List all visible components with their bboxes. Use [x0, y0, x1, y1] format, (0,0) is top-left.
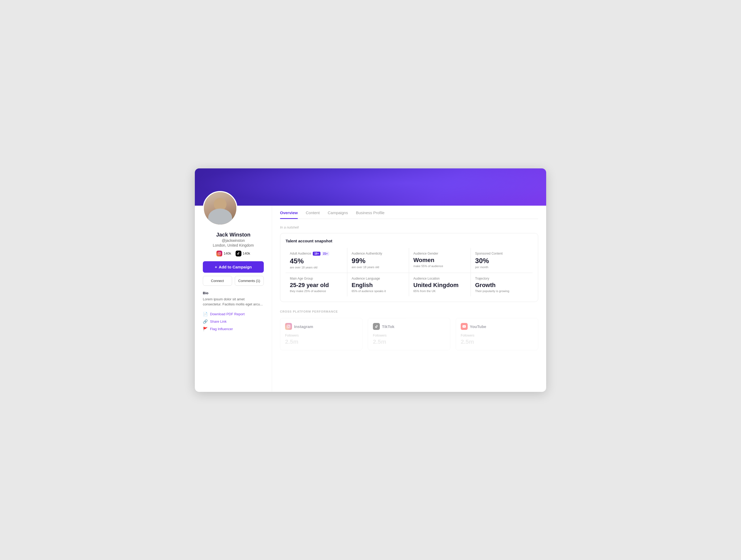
- authenticity-sub: are over 18 years old: [352, 265, 405, 269]
- action-buttons: Connect Comments (1): [203, 276, 264, 286]
- trajectory-value: Growth: [475, 282, 528, 289]
- instagram-followers-label: Followers: [285, 334, 357, 337]
- badge-21: 21+: [322, 252, 329, 256]
- platform-header-youtube: YouTube: [461, 323, 533, 330]
- snapshot-row-2: Main Age Group 25-29 year old they make …: [286, 273, 533, 296]
- add-to-campaign-button[interactable]: + Add to Campaign: [203, 261, 264, 273]
- metric-trajectory: Trajectory Growth Their popularity is gr…: [471, 273, 533, 296]
- metric-age-group: Main Age Group 25-29 year old they make …: [286, 273, 347, 296]
- authenticity-value: 99%: [352, 257, 405, 265]
- sidebar-links: 📄 Download PDF Report 🔗 Share Link 🚩 Fla…: [203, 312, 264, 331]
- platform-card-youtube: YouTube Followers 2.5m: [456, 318, 538, 350]
- tiktok-followers-value: 2.5m: [373, 338, 445, 345]
- metric-gender: Audience Gender Women make 55% of audien…: [409, 248, 471, 273]
- profile-handle: @jackwinston: [203, 238, 264, 243]
- metric-label-sponsored: Sponsored Content: [475, 252, 528, 255]
- instagram-stat: 140k: [216, 251, 231, 256]
- platform-cards: Instagram Followers 2.5m TikTok: [280, 318, 538, 350]
- metric-language: Audience Language English 65% of audienc…: [347, 273, 409, 296]
- instagram-platform-icon: [285, 323, 292, 330]
- sidebar: Jack Winston @jackwinston London, United…: [195, 206, 272, 392]
- tab-business-profile[interactable]: Business Profile: [356, 211, 385, 219]
- share-link-label: Share Link: [210, 320, 226, 323]
- avatar-image: [204, 192, 237, 225]
- svg-rect-3: [287, 325, 290, 328]
- bio-label: Bio: [203, 291, 264, 295]
- age-group-value: 25-29 year old: [290, 282, 343, 289]
- avatar-wrapper: [203, 191, 264, 226]
- connect-button[interactable]: Connect: [203, 276, 232, 286]
- age-group-sub: they make 25% of audience: [290, 290, 343, 293]
- location-sub: 65% from the UK: [413, 290, 466, 293]
- tab-campaigns[interactable]: Campaigns: [328, 211, 348, 219]
- adult-audience-label: Adult Audience: [290, 252, 311, 255]
- tab-overview[interactable]: Overview: [280, 211, 298, 219]
- instagram-icon: [216, 251, 222, 256]
- svg-point-4: [288, 326, 289, 327]
- svg-point-2: [220, 252, 220, 253]
- share-link[interactable]: 🔗 Share Link: [203, 319, 264, 324]
- adult-audience-sub: are over 18 years old: [290, 266, 343, 269]
- profile-location: London, United Kingdom: [203, 243, 264, 247]
- flag-icon: 🚩: [203, 327, 208, 331]
- tiktok-stat: 140k: [235, 251, 250, 256]
- profile-name: Jack Winston: [203, 232, 264, 238]
- snapshot-title: Talent account snapshot: [286, 239, 533, 243]
- metric-label-authenticity: Audience Authenticity: [352, 252, 405, 255]
- youtube-platform-icon: [461, 323, 468, 330]
- language-sub: 65% of audience speaks it: [352, 290, 405, 293]
- tiktok-platform-name: TikTok: [382, 324, 395, 329]
- gender-value: Women: [413, 257, 466, 263]
- plus-icon: +: [215, 265, 217, 269]
- share-icon: 🔗: [203, 319, 208, 324]
- svg-point-1: [219, 253, 220, 254]
- instagram-platform-name: Instagram: [294, 324, 313, 329]
- snapshot-row-1: Adult Audience 18+ 21+ 45% are over 18 y…: [286, 248, 533, 273]
- youtube-followers-value: 2.5m: [461, 338, 533, 345]
- main-layout: Jack Winston @jackwinston London, United…: [195, 206, 546, 392]
- tiktok-platform-icon: [373, 323, 380, 330]
- language-value: English: [352, 282, 405, 289]
- adult-audience-value: 45%: [290, 257, 343, 265]
- metric-authenticity: Audience Authenticity 99% are over 18 ye…: [347, 248, 409, 273]
- platform-card-tiktok: TikTok Followers 2.5m: [368, 318, 450, 350]
- sponsored-sub: per month: [475, 265, 528, 269]
- download-pdf-label: Download PDF Report: [210, 312, 245, 316]
- gender-sub: make 55% of audience: [413, 264, 466, 268]
- svg-point-5: [289, 325, 289, 326]
- metric-label-language: Audience Language: [352, 277, 405, 281]
- download-pdf-link[interactable]: 📄 Download PDF Report: [203, 312, 264, 317]
- metric-location: Audience Location United Kingdom 65% fro…: [409, 273, 471, 296]
- trajectory-sub: Their popularity is growing: [475, 290, 528, 293]
- metric-label-location: Audience Location: [413, 277, 466, 281]
- tiktok-followers: 140k: [243, 251, 250, 255]
- add-campaign-label: Add to Campaign: [219, 265, 252, 269]
- metric-label-age-group: Main Age Group: [290, 277, 343, 281]
- social-stats: 140k 140k: [203, 251, 264, 256]
- bio-text: Lorem ipsum dolor sit amet consectetur. …: [203, 297, 264, 307]
- section-label: In a nutshell: [280, 225, 538, 229]
- tiktok-icon: [235, 251, 242, 256]
- download-icon: 📄: [203, 312, 208, 317]
- tiktok-followers-label: Followers: [373, 334, 445, 337]
- flag-influencer-link[interactable]: 🚩 Flag Influencer: [203, 327, 264, 331]
- metric-label-trajectory: Trajectory: [475, 277, 528, 281]
- instagram-followers-value: 2.5m: [285, 338, 357, 345]
- platform-header-tiktok: TikTok: [373, 323, 445, 330]
- instagram-followers: 140k: [223, 251, 231, 255]
- youtube-platform-name: YouTube: [470, 324, 486, 329]
- cross-platform-label: CROSS PLATFORM PERFORMANCE: [280, 310, 538, 313]
- snapshot-card: Talent account snapshot Adult Audience 1…: [280, 233, 538, 302]
- bio-section: Bio Lorem ipsum dolor sit amet consectet…: [203, 291, 264, 307]
- metric-adult-audience: Adult Audience 18+ 21+ 45% are over 18 y…: [286, 248, 347, 273]
- tab-content[interactable]: Content: [306, 211, 320, 219]
- comments-button[interactable]: Comments (1): [235, 276, 264, 286]
- flag-influencer-label: Flag Influencer: [210, 327, 233, 331]
- platform-header-instagram: Instagram: [285, 323, 357, 330]
- platform-card-instagram: Instagram Followers 2.5m: [280, 318, 362, 350]
- svg-rect-0: [218, 252, 221, 255]
- badge-18: 18+: [313, 252, 321, 256]
- location-value: United Kingdom: [413, 282, 466, 289]
- sponsored-value: 30%: [475, 257, 528, 265]
- tabs-bar: Overview Content Campaigns Business Prof…: [280, 206, 538, 219]
